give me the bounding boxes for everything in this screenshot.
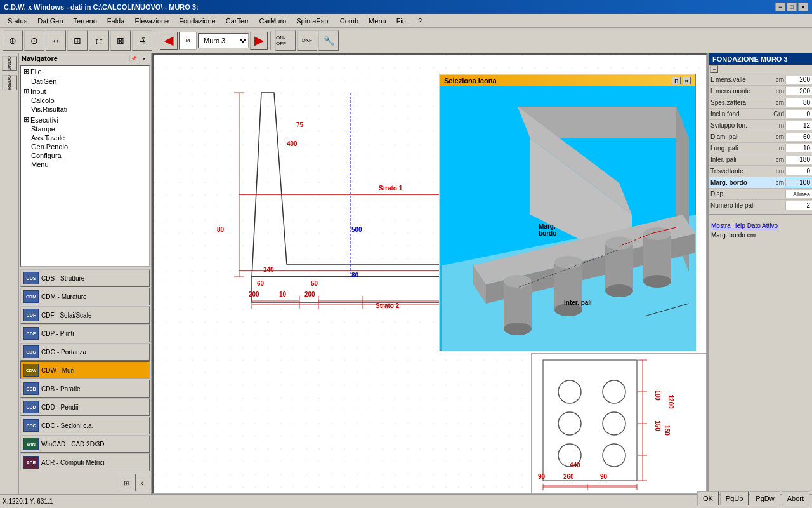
prev-button[interactable]: ◀ [160,32,178,50]
module-cdb-label: CDB - Paratie [41,385,81,392]
select-icon-dialog: Seleziona Icona ⊓ × [439,74,696,351]
module-cdg[interactable]: CDG CDG - Portanza [20,343,150,361]
module-cdb[interactable]: CDB CDB - Paratie [20,380,150,398]
print-button[interactable]: 🖨 [132,30,152,51]
dialog-close-button[interactable]: × [682,77,691,84]
redo-button[interactable]: REDO [2,75,17,90]
nav-input-header[interactable]: ⊞Input [21,86,149,96]
nav-esecutivi-header[interactable]: ⊞Esecutivi [21,115,149,124]
nav-calcolo[interactable]: Calcolo [21,96,149,105]
cdp-icon: CDP [23,327,39,340]
menu-item-comb[interactable]: Comb [335,16,363,26]
cdb-icon: CDB [23,382,39,395]
nav-vis-risultati[interactable]: Vis.Risultati [21,105,149,114]
svg-point-55 [605,284,633,297]
dim-140: 140 [263,266,274,273]
on-off-button[interactable]: ON-OFF [275,30,296,51]
muro-select[interactable]: Muro 3 [198,33,249,48]
undo-button[interactable]: UNDO [2,56,17,71]
svg-point-23 [603,412,625,435]
sort-button[interactable]: ↕↕ [89,30,109,51]
dim-200-right: 200 [304,291,315,298]
nav-pin-button[interactable]: 📌 [129,55,138,62]
next-button[interactable]: ▶ [250,32,268,50]
panel-collapse-button[interactable]: − [710,65,718,73]
menu-item-spintaespl[interactable]: SpintaEspl [291,16,335,26]
nav-datagen[interactable]: DatiGen [21,77,149,86]
module-cdw-label: CDW - Muri [41,367,74,374]
dim-strato1: Strato 1 [379,185,402,192]
nav-configura[interactable]: Configura [21,151,149,160]
arrange-button[interactable]: ⊠ [110,30,131,51]
module-cdp[interactable]: CDP CDP - Plinti [20,324,150,342]
module-wincad[interactable]: WIN WinCAD - CAD 2D/3D [20,435,150,453]
menu-item-terreno[interactable]: Terreno [69,16,102,26]
dxf-button[interactable]: DXF [297,30,317,51]
pgup-button[interactable]: PgUp [720,491,749,505]
right-panel-header: FONDAZIONE MURO 3 [709,53,812,65]
menu-item-fondazione[interactable]: Fondazione [174,16,221,26]
cdw-icon: CDW [23,364,39,377]
grid-button[interactable]: ⊞ [67,30,88,51]
cdg-icon: CDG [23,345,39,358]
nav-gen-pendio[interactable]: Gen.Pendio [21,142,149,151]
pgdw-button[interactable]: PgDw [750,491,780,505]
module-cdc[interactable]: CDC CDC - Sezioni c.a. [20,417,150,434]
dim-bottom-260: 260 [563,473,574,480]
minimize-button[interactable]: − [775,3,785,11]
module-cdf-label: CDF - Solai/Scale [41,312,91,319]
menu-item-menu[interactable]: Menu [363,16,391,26]
menu-item-status[interactable]: Status [3,16,32,26]
maximize-button[interactable]: □ [787,3,797,11]
menu-item-datigen[interactable]: DatiGen [32,16,68,26]
dim-bottom-90-left: 90 [538,473,545,480]
ok-button[interactable]: OK [697,491,719,505]
module-cdm[interactable]: CDM CDM - Murature [20,288,150,305]
svg-point-62 [643,227,671,240]
dim-bottom-440: 440 [570,462,580,469]
prop-l-mens-valle: L mens.valle cm 200 [709,74,812,86]
prop-diam-pali: Diam. pali cm 60 [709,131,812,143]
expand-modules-button[interactable]: » [136,474,148,491]
svg-point-21 [603,380,625,403]
statusbar: X:1220.1 Y: 631.1 OK PgUp PgDw Abort [0,494,812,508]
menu-item-carmuro[interactable]: CarMuro [254,16,291,26]
prop-inter-pali: Inter. pali cm 180 [709,154,812,166]
menu-item-elevazione[interactable]: Elevazione [129,16,174,26]
module-cdd[interactable]: CDD CDD - Pendii [20,398,150,416]
zoom-tool-button[interactable]: ⊙ [24,30,44,51]
dialog-pin-button[interactable]: ⊓ [672,77,681,84]
menu-item-carterr[interactable]: CarTerr [221,16,254,26]
module-cdf[interactable]: CDF CDF - Solai/Scale [20,306,150,324]
dim-400: 400 [287,140,298,147]
muro-icon: M [179,32,197,50]
nav-stampe[interactable]: Stampe [21,124,149,133]
select-tool-button[interactable]: ⊕ [3,30,23,51]
menu-item-?[interactable]: ? [413,16,427,26]
nav-file-header[interactable]: ⊞File [21,67,149,76]
abort-button[interactable]: Abort [782,491,809,505]
nav-ass-tavole[interactable]: Ass.Tavole [21,133,149,142]
cds-icon: CDS [23,272,39,284]
menu-item-falda[interactable]: Falda [102,16,130,26]
right-panel-title: FONDAZIONE MURO 3 [712,55,788,63]
nav-group-file: ⊞File [21,66,149,77]
module-cdw[interactable]: CDW CDW - Muri [20,361,150,379]
menu-item-fin.[interactable]: Fin. [391,16,413,26]
titlebar: C.D.W. x Windows - dati in C:\CALCOLI\NU… [0,0,812,14]
module-cds[interactable]: CDS CDS - Strutture [20,269,150,287]
nav-close-button[interactable]: × [140,55,148,62]
module-acr[interactable]: ACR ACR - Computi Metrici [20,453,150,471]
dim-50: 50 [311,280,318,287]
extra-button[interactable]: 🔧 [318,30,339,51]
3d-illustration [442,88,696,351]
right-panel: FONDAZIONE MURO 3 − L mens.valle cm 200 … [707,53,812,494]
svg-point-22 [558,412,581,435]
extra-module-button[interactable]: ⊞ [117,474,136,491]
help-link[interactable]: Mostra Help Dato Attivo [711,222,778,229]
nav-menu[interactable]: Menu' [21,160,149,169]
cdm-icon: CDM [23,290,39,303]
pan-tool-button[interactable]: ↔ [46,30,66,51]
dim-right-150b: 150 [664,425,671,436]
close-button[interactable]: × [798,3,808,11]
